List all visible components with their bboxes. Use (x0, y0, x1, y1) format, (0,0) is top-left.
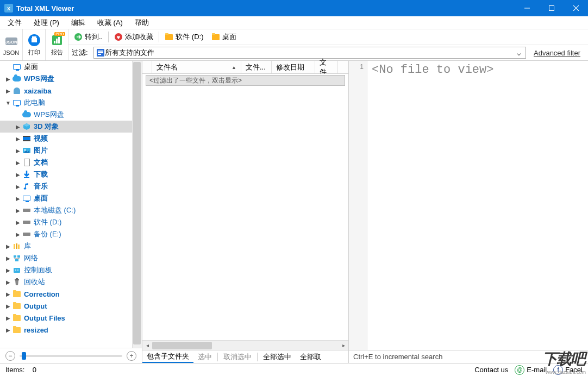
expand-icon[interactable]: ▶ (4, 278, 12, 286)
expand-icon[interactable]: ▶ (14, 230, 22, 238)
toolbar-addfav-button[interactable]: 添加收藏 (112, 31, 155, 43)
tree-node-控制面板[interactable]: ▶控制面板 (0, 264, 142, 276)
expand-icon[interactable]: ▶ (4, 254, 12, 262)
user-icon (12, 86, 22, 95)
expand-icon[interactable]: ▶ (4, 314, 12, 322)
tree-node-库[interactable]: ▶库 (0, 240, 142, 252)
tree-node-回收站[interactable]: ▶回收站 (0, 276, 142, 288)
scrollbar-thumb[interactable] (133, 62, 141, 344)
zoom-slider[interactable] (20, 355, 122, 357)
filelist-body[interactable]: <过滤出了一些文件，双击显示> (142, 74, 348, 340)
tree-node-网络[interactable]: ▶网络 (0, 252, 142, 264)
tree-node-音乐[interactable]: ▶音乐 (0, 180, 142, 192)
tree-node-本地磁盘 (C:)[interactable]: ▶本地磁盘 (C:) (0, 204, 142, 216)
column-修改日期[interactable]: 修改日期 (272, 61, 315, 73)
svg-rect-30 (18, 245, 20, 249)
menu-help[interactable]: 帮助 (132, 17, 152, 29)
column-文件[interactable]: 文件 (315, 61, 338, 73)
tree-node-桌面[interactable]: 桌面 (0, 61, 142, 73)
expand-icon[interactable]: ▶ (4, 87, 12, 95)
chevron-down-icon[interactable]: ⌵ (515, 49, 523, 57)
tree-node-视频[interactable]: ▶视频 (0, 133, 142, 145)
tree-node-Correction[interactable]: ▶Correction (0, 288, 142, 300)
advanced-filter-link[interactable]: Advanced filter (529, 49, 585, 57)
scroll-left-button[interactable]: ◂ (142, 341, 152, 350)
toolbar-report-button[interactable]: PRO 报告 (46, 29, 68, 60)
tree-node-软件 (D:)[interactable]: ▶软件 (D:) (0, 216, 142, 228)
scroll-thumb[interactable] (152, 342, 212, 349)
expand-icon[interactable]: ▶ (4, 266, 12, 274)
tree-node-WPS网盘[interactable]: ▶WPS网盘 (0, 73, 142, 85)
column-check[interactable] (142, 61, 152, 73)
tab-4[interactable]: 全部取 (296, 350, 326, 363)
separator (108, 32, 109, 42)
menu-process[interactable]: 处理 (P) (30, 17, 62, 29)
folder-icon (12, 290, 22, 298)
toolbar-fav-desktop[interactable]: 桌面 (209, 31, 239, 43)
expand-icon[interactable]: ▼ (4, 99, 12, 106)
goto-icon (74, 33, 83, 41)
toolbar-fav-software[interactable]: 软件 (D:) (162, 31, 205, 43)
tree-node-图片[interactable]: ▶图片 (0, 145, 142, 156)
expand-icon[interactable]: ▶ (4, 75, 12, 83)
expand-icon[interactable]: ▶ (14, 183, 22, 190)
tree-node-备份 (E:)[interactable]: ▶备份 (E:) (0, 228, 142, 240)
filelist-hscrollbar[interactable]: ◂ ▸ (142, 340, 348, 350)
scroll-right-button[interactable]: ▸ (339, 341, 348, 350)
expand-icon[interactable]: ▶ (4, 242, 12, 250)
tab-1[interactable]: 选中 (193, 350, 216, 363)
tab-0[interactable]: 包含子文件夹 (142, 350, 193, 363)
tree-node-Output[interactable]: ▶Output (0, 300, 142, 312)
tree-node-桌面[interactable]: ▶桌面 (0, 192, 142, 204)
zoom-out-button[interactable]: − (5, 351, 15, 361)
zoom-handle[interactable] (22, 352, 26, 360)
menu-favorites[interactable]: 收藏 (A) (94, 17, 126, 29)
toolbar-print-button[interactable]: 打印 (23, 29, 46, 60)
toolbar-json-button[interactable]: JSON JSON (0, 29, 23, 60)
tree-node-Output Files[interactable]: ▶Output Files (0, 312, 142, 324)
expand-icon[interactable]: ▶ (14, 206, 22, 214)
network-icon (12, 254, 22, 262)
tree-node-3D 对象[interactable]: ▶3D 对象 (0, 121, 142, 133)
menu-file[interactable]: 文件 (4, 17, 25, 29)
tree-scrollbar[interactable] (132, 61, 142, 348)
tab-3[interactable]: 全部选中 (259, 350, 296, 363)
scroll-track[interactable] (152, 342, 339, 349)
maximize-button[interactable] (539, 0, 564, 16)
menu-edit[interactable]: 编辑 (68, 17, 89, 29)
expand-icon[interactable]: ▶ (14, 147, 22, 154)
doc-icon (22, 158, 32, 167)
expand-icon[interactable]: ▶ (4, 326, 12, 334)
tab-2[interactable]: 取消选中 (219, 350, 256, 363)
expand-icon[interactable]: ▶ (14, 171, 22, 178)
close-button[interactable] (564, 0, 588, 16)
facebook-link[interactable]: fFacel (553, 365, 583, 375)
tree-node-下载[interactable]: ▶下载 (0, 168, 142, 180)
tree-node-resized[interactable]: ▶resized (0, 324, 142, 336)
expand-icon[interactable]: ▶ (4, 290, 12, 298)
expand-icon[interactable]: ▶ (4, 302, 12, 310)
minimize-button[interactable] (515, 0, 539, 16)
expand-icon[interactable]: ▶ (14, 123, 22, 130)
tree-label: 备份 (E:) (34, 229, 61, 239)
drive-icon (22, 218, 32, 227)
filter-hidden-row[interactable]: <过滤出了一些文件，双击显示> (146, 75, 345, 86)
contact-us-label: Contact us (474, 366, 508, 374)
tree-node-文档[interactable]: ▶文档 (0, 156, 142, 168)
column-文件...[interactable]: 文件... (241, 61, 272, 73)
filter-combo[interactable]: 所有支持的文件 ⌵ (93, 47, 526, 59)
column-文件名[interactable]: 文件名▲ (152, 61, 241, 73)
expand-icon[interactable]: ▶ (14, 195, 22, 202)
expand-icon[interactable]: ▶ (14, 135, 22, 142)
expand-icon[interactable]: ▶ (14, 218, 22, 226)
expand-icon[interactable] (14, 111, 22, 118)
email-link[interactable]: @E-mail (515, 365, 547, 375)
tree-node-xaizaiba[interactable]: ▶xaizaiba (0, 85, 142, 97)
toolbar-goto-button[interactable]: 转到.. (72, 31, 105, 43)
tree-node-此电脑[interactable]: ▼此电脑 (0, 97, 142, 109)
folder-tree[interactable]: 桌面▶WPS网盘▶xaizaiba▼此电脑WPS网盘▶3D 对象▶视频▶图片▶文… (0, 61, 142, 348)
expand-icon[interactable] (4, 63, 12, 71)
tree-node-WPS网盘[interactable]: WPS网盘 (0, 109, 142, 121)
expand-icon[interactable]: ▶ (14, 159, 22, 166)
zoom-in-button[interactable]: + (127, 351, 136, 361)
